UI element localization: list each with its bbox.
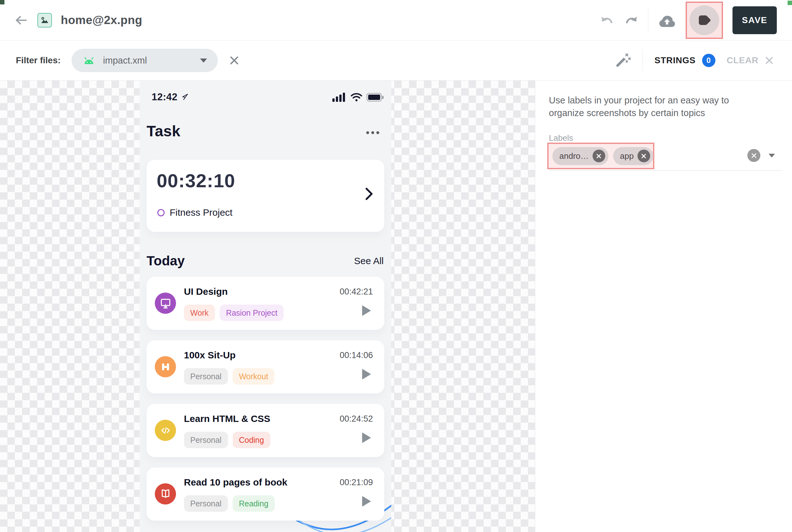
timer-value: 00:32:10 [157, 170, 235, 192]
screenshot-preview[interactable]: 12:42 [140, 81, 391, 532]
labels-field[interactable]: andro… app [547, 142, 782, 172]
close-icon [596, 153, 602, 159]
task-card: Read 10 pages of book 00:21:09 PersonalR… [147, 468, 384, 520]
labels-dropdown-caret[interactable] [769, 154, 775, 157]
wifi-icon [350, 92, 363, 102]
filter-files-label: Filter files: [16, 55, 61, 65]
task-tag: Work [184, 305, 215, 321]
auto-detect-button[interactable] [615, 52, 631, 69]
more-menu-icon [366, 131, 379, 134]
label-chip: app [613, 147, 653, 165]
task-tag: Personal [184, 495, 228, 512]
top-toolbar: home@2x.png [0, 0, 792, 40]
task-time: 00:14:06 [340, 350, 373, 360]
image-file-icon [37, 13, 52, 27]
play-icon [362, 432, 371, 443]
task-tags: PersonalCoding [184, 432, 270, 448]
filter-right-group: STRINGS 0 CLEAR [615, 49, 792, 72]
task-card: Learn HTML & CSS 00:24:52 PersonalCoding [147, 404, 384, 457]
task-tags: WorkRasion Project [184, 305, 283, 321]
redo-button[interactable] [624, 14, 639, 27]
back-button[interactable] [13, 13, 29, 28]
task-tags: PersonalReading [184, 495, 275, 512]
filter-divider [643, 49, 643, 72]
task-list: UI Design 00:42:21 WorkRasion Project 10… [147, 277, 384, 531]
play-icon [362, 369, 371, 380]
close-icon [751, 152, 757, 159]
labels-description: Use labels in your project for an easy w… [549, 94, 764, 119]
code-icon [155, 420, 176, 441]
signal-icon [332, 92, 346, 102]
back-arrow-icon [14, 15, 27, 26]
filter-left-group: Filter files: impact.xml [0, 49, 240, 72]
page-title: home@2x.png [61, 14, 142, 27]
project-circle-icon [157, 209, 165, 216]
status-left: 12:42 [152, 91, 190, 103]
clear-strings-button[interactable]: CLEAR [727, 55, 774, 65]
clear-file-filter-button[interactable] [228, 55, 240, 66]
android-icon [82, 55, 96, 65]
project-name: Fitness Project [170, 207, 232, 218]
toolbar-left-group: home@2x.png [0, 13, 142, 28]
remove-label-button[interactable] [638, 150, 650, 162]
today-title: Today [147, 253, 185, 268]
labels-panel: Use labels in your project for an easy w… [535, 81, 792, 532]
label-tool-highlight [686, 2, 723, 39]
toolbar-right-group: SAVE [600, 2, 792, 39]
toolbar-divider [648, 8, 648, 33]
phone-screen-title: Task [147, 122, 180, 140]
task-title: UI Design [184, 286, 227, 297]
play-icon [362, 496, 371, 507]
corner-artifact-left [0, 0, 4, 4]
task-tag: Coding [233, 432, 270, 448]
label-tool-button[interactable] [689, 5, 719, 35]
task-tag: Personal [184, 368, 228, 385]
upload-button[interactable] [658, 12, 676, 28]
phone-status-bar: 12:42 [152, 89, 382, 105]
labels-chips-highlight: andro… app [547, 142, 654, 169]
task-title: Read 10 pages of book [184, 477, 288, 488]
status-time: 12:42 [152, 91, 178, 103]
corner-artifact-right [788, 1, 792, 5]
label-tag-icon [696, 12, 713, 28]
task-tag: Personal [184, 432, 228, 448]
undo-icon [600, 14, 614, 27]
magic-wand-icon [615, 52, 631, 69]
editor-canvas: 12:42 [0, 81, 792, 532]
clear-all-labels-button[interactable] [748, 149, 760, 162]
phone-screen-header: Task [147, 122, 379, 140]
task-time: 00:42:21 [340, 287, 373, 297]
task-tag: Workout [233, 368, 275, 385]
cloud-upload-icon [658, 12, 676, 28]
timer-project-row: Fitness Project [157, 207, 232, 218]
redo-icon [624, 14, 639, 27]
task-title: Learn HTML & CSS [184, 413, 270, 424]
strings-label: STRINGS [654, 55, 696, 65]
labels-field-underline [549, 170, 782, 171]
see-all-link: See All [354, 255, 384, 266]
save-button[interactable]: SAVE [733, 6, 777, 34]
label-chip: andro… [552, 147, 608, 165]
book-icon [155, 483, 176, 505]
dumbbell-icon [155, 356, 176, 377]
remove-label-button[interactable] [593, 150, 605, 162]
file-filter-dropdown[interactable]: impact.xml [72, 49, 218, 72]
task-time: 00:21:09 [340, 478, 373, 488]
task-card: 100x Sit-Up 00:14:06 PersonalWorkout [147, 340, 384, 394]
strings-tab[interactable]: STRINGS 0 [654, 54, 715, 67]
label-chip-text: andro… [559, 151, 589, 161]
labels-field-title: Labels [549, 133, 573, 143]
task-time: 00:24:52 [340, 414, 373, 424]
chevron-right-icon [364, 187, 373, 201]
task-tags: PersonalWorkout [184, 368, 274, 385]
task-tag: Reading [233, 495, 275, 512]
location-arrow-icon [181, 93, 190, 101]
label-chip-text: app [620, 151, 634, 161]
play-icon [362, 305, 371, 316]
clear-close-icon [764, 55, 774, 65]
filter-bar: Filter files: impact.xml STRINGS [0, 40, 792, 81]
selected-file-name: impact.xml [103, 55, 192, 66]
undo-button[interactable] [600, 14, 614, 27]
battery-icon [367, 93, 382, 101]
timer-card: 00:32:10 Fitness Project [147, 160, 384, 232]
